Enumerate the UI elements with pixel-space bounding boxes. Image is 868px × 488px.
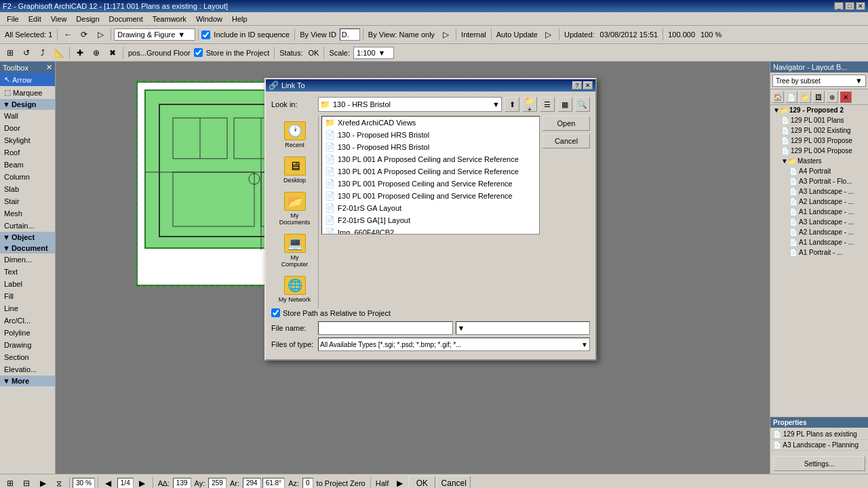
tree-item-1[interactable]: 📄 129 PL 001 Plans — [770, 115, 868, 125]
tree-item-root[interactable]: ▼ 📁 129 - Proposed 2 — [770, 105, 868, 115]
scale-combo[interactable]: 1:100 ▼ — [353, 47, 394, 59]
toolbox-label[interactable]: Label — [0, 278, 55, 290]
sidebar-my-computer[interactable]: 💻 My Computer — [275, 231, 315, 270]
view-list-button[interactable]: ☰ — [540, 97, 555, 112]
toolbox-drawing[interactable]: Drawing — [0, 339, 55, 351]
minimize-button[interactable]: _ — [834, 2, 844, 10]
tree-item-a3p[interactable]: 📄 A3 Portrait - Flo... — [770, 176, 868, 186]
toolbox-arrow[interactable]: ↖Arrow — [0, 73, 55, 86]
menu-document[interactable]: Document — [105, 14, 147, 24]
file-name-input[interactable] — [318, 321, 453, 335]
view-grid-button[interactable]: ▦ — [557, 97, 572, 112]
nav-next[interactable]: ▶ — [135, 476, 150, 489]
toolbox-text[interactable]: Text — [0, 266, 55, 278]
open-button[interactable]: Open — [542, 116, 590, 131]
bottom-btn-1[interactable]: ⊞ — [3, 476, 18, 489]
menu-view[interactable]: View — [47, 14, 71, 24]
menu-help[interactable]: Help — [228, 14, 252, 24]
toolbar-btn-4[interactable]: 📐 — [52, 45, 66, 60]
toolbar-btn-6[interactable]: ⊕ — [89, 45, 104, 60]
toolbar-btn-2[interactable]: ↺ — [19, 45, 34, 60]
file-list-item[interactable]: 📄F2-01rS GA Layout — [322, 202, 539, 214]
sidebar-desktop[interactable]: 🖥 Desktop — [275, 154, 315, 186]
cancel-button[interactable]: Cancel — [542, 134, 590, 148]
search-button[interactable]: 🔍 — [575, 97, 590, 112]
bottom-btn-4[interactable]: ⧖ — [52, 476, 66, 489]
toolbar-btn-7[interactable]: ✖ — [105, 45, 120, 60]
toolbar-btn-view[interactable]: ▷ — [93, 27, 108, 42]
tree-item-a3l2[interactable]: 📄 A3 Landscape - ... — [770, 217, 868, 227]
file-list-item[interactable]: 📄130 - Proposed HRS Bristol — [322, 141, 539, 153]
sidebar-my-documents[interactable]: 📂 My Documents — [275, 189, 315, 228]
tree-item-a4[interactable]: 📄 A4 Portrait — [770, 166, 868, 176]
tree-item-a1p[interactable]: 📄 A1 Portrait - ... — [770, 247, 868, 258]
auto-update-btn[interactable]: ▷ — [541, 27, 556, 42]
toolbar-btn-3[interactable]: ⤴ — [35, 45, 50, 60]
toolbox-column[interactable]: Column — [0, 171, 55, 183]
nav-btn-close[interactable]: ✕ — [840, 91, 852, 103]
bottom-btn-2[interactable]: ⊟ — [19, 476, 34, 489]
sidebar-recent[interactable]: 🕐 Recent — [275, 119, 315, 151]
file-list-item[interactable]: 📄130 PL 001 Proposed Ceiling and Service… — [322, 190, 539, 202]
file-list-item[interactable]: 📄130 PL 001 A Proposed Ceiling and Servi… — [322, 165, 539, 178]
nav-up-button[interactable]: ⬆ — [505, 97, 519, 112]
view-id-input[interactable] — [340, 28, 360, 41]
tree-item-a3l1[interactable]: 📄 A3 Landscape - ... — [770, 186, 868, 197]
include-id-checkbox[interactable] — [201, 30, 210, 39]
dialog-help-button[interactable]: ? — [572, 81, 582, 89]
tree-item-masters[interactable]: ▼ 📁 Masters — [770, 156, 868, 166]
toolbox-wall[interactable]: Wall — [0, 110, 55, 122]
menu-window[interactable]: Window — [192, 14, 226, 24]
files-of-type-combo[interactable]: All Available Types [*.sgi; *.psd; *.bmp… — [318, 338, 590, 351]
maximize-button[interactable]: □ — [845, 2, 854, 10]
view-type-combo[interactable]: Drawing & Figure ▼ — [114, 28, 195, 41]
toolbox-beam[interactable]: Beam — [0, 159, 55, 171]
menu-file[interactable]: File — [3, 14, 23, 24]
tree-item-2[interactable]: 📄 129 PL 002 Existing — [770, 125, 868, 136]
tree-item-a2l1[interactable]: 📄 A2 Landscape - ... — [770, 197, 868, 207]
dialog-controls[interactable]: ? ✕ — [572, 81, 593, 89]
tree-subset-combo[interactable]: Tree by subset ▼ — [772, 75, 866, 87]
title-bar-controls[interactable]: _ □ ✕ — [834, 2, 865, 10]
cancel-btn-bottom[interactable]: Cancel — [437, 476, 471, 489]
toolbox-section-object[interactable]: ▼Object — [0, 232, 55, 243]
look-in-combo[interactable]: 📁 130 - HRS Bristol ▼ — [318, 97, 502, 112]
tree-item-3[interactable]: 📄 129 PL 003 Propose — [770, 136, 868, 146]
nav-btn-4[interactable]: 🖼 — [812, 91, 825, 103]
file-list-item[interactable]: 📄130 - Proposed HRS Bristol — [322, 129, 539, 141]
half-btn[interactable]: ▶ — [392, 476, 407, 489]
nav-btn-2[interactable]: 📄 — [785, 91, 797, 103]
toolbox-curtain[interactable]: Curtain... — [0, 220, 55, 232]
toolbox-fill[interactable]: Fill — [0, 290, 55, 302]
sidebar-my-network[interactable]: 🌐 My Network — [275, 273, 315, 306]
toolbox-section[interactable]: Section — [0, 351, 55, 363]
toolbox-section-more[interactable]: ▼More — [0, 375, 55, 386]
menu-design[interactable]: Design — [72, 14, 103, 24]
toolbox-door[interactable]: Door — [0, 122, 55, 134]
toolbar-btn-1[interactable]: ⊞ — [3, 45, 18, 60]
bottom-btn-3[interactable]: ▶ — [35, 476, 50, 489]
toolbox-arccl[interactable]: Arc/Cl... — [0, 314, 55, 327]
tree-item-a2l2[interactable]: 📄 A2 Landscape - ... — [770, 227, 868, 237]
file-list-item[interactable]: 📄Img_660F48CB2 — [322, 226, 539, 235]
settings-button[interactable]: Settings... — [773, 456, 865, 471]
store-project-checkbox[interactable] — [194, 48, 203, 57]
toolbox-line[interactable]: Line — [0, 302, 55, 314]
tree-item-a1l1[interactable]: 📄 A1 Landscape - ... — [770, 207, 868, 217]
toolbox-section-document[interactable]: ▼Document — [0, 243, 55, 253]
nav-btn-1[interactable]: 🏠 — [772, 91, 784, 103]
toolbox-elevation[interactable]: Elevatio... — [0, 363, 55, 375]
nav-prev[interactable]: ◀ — [101, 476, 116, 489]
toolbar-btn-play[interactable]: ▷ — [438, 27, 453, 42]
toolbox-dimen[interactable]: Dimen... — [0, 253, 55, 266]
menu-edit[interactable]: Edit — [24, 14, 45, 24]
close-button[interactable]: ✕ — [856, 2, 865, 10]
store-path-checkbox[interactable] — [271, 308, 280, 317]
dialog-titlebar[interactable]: 🔗 Link To ? ✕ — [266, 79, 595, 92]
toolbox-roof[interactable]: Roof — [0, 146, 55, 159]
toolbar-btn-back[interactable]: ⟳ — [77, 27, 92, 42]
file-list-item[interactable]: 📄130 PL 001 Proposed Ceiling and Service… — [322, 178, 539, 190]
toolbox-slab[interactable]: Slab — [0, 183, 55, 195]
toolbox-close[interactable]: ✕ — [46, 63, 52, 72]
file-list-item[interactable]: 📁Xrefed ArchiCAD Views — [322, 117, 539, 129]
